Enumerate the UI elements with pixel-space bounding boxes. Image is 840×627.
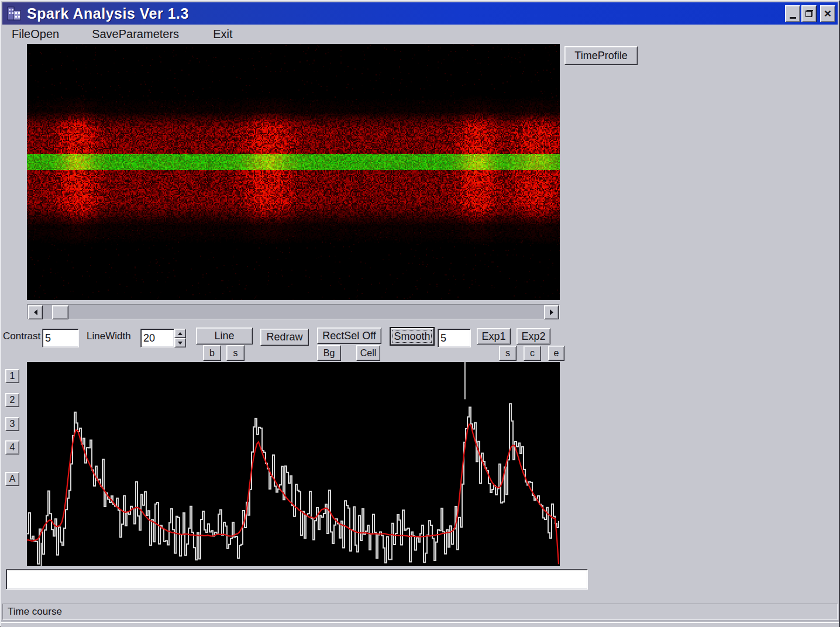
- trace-all-button[interactable]: A: [5, 472, 19, 486]
- status-text: Time course: [8, 606, 62, 618]
- image-horizontal-scrollbar[interactable]: [27, 304, 560, 319]
- smooth-label: Smooth: [393, 330, 432, 343]
- trace-3-label: 3: [10, 419, 15, 429]
- trace-4-label: 4: [10, 442, 15, 453]
- exp-s-label: s: [505, 348, 510, 359]
- arrow-up-icon: [178, 330, 183, 335]
- bg-button[interactable]: Bg: [317, 345, 341, 361]
- linewidth-input[interactable]: [140, 329, 174, 347]
- status-bar: Time course: [2, 604, 838, 620]
- cell-button[interactable]: Cell: [356, 345, 380, 361]
- line-button[interactable]: Line: [196, 328, 253, 344]
- exp-c-button[interactable]: c: [524, 346, 541, 361]
- line-label: Line: [214, 330, 234, 342]
- exp1-button[interactable]: Exp1: [477, 328, 511, 344]
- minimize-icon: [790, 17, 796, 19]
- app-window: Spark Analysis Ver 1.3 × FileOpen SavePa…: [0, 0, 840, 627]
- window-title: Spark Analysis Ver 1.3: [27, 5, 189, 22]
- arrow-down-icon: [178, 342, 183, 347]
- smooth-button[interactable]: Smooth: [390, 327, 435, 346]
- exp2-button[interactable]: Exp2: [517, 328, 550, 344]
- trace-1-label: 1: [10, 371, 15, 381]
- rectsel-button[interactable]: RectSel Off: [317, 328, 381, 344]
- close-button[interactable]: ×: [820, 5, 835, 22]
- linescan-image-view[interactable]: [27, 44, 560, 300]
- trace-1-button[interactable]: 1: [5, 369, 19, 383]
- message-box[interactable]: [6, 569, 588, 590]
- trace-all-label: A: [9, 474, 16, 484]
- restore-icon: [805, 10, 813, 17]
- trace-2-button[interactable]: 2: [5, 393, 19, 407]
- scrollbar-thumb[interactable]: [52, 305, 68, 319]
- taskbar-edge: [1, 622, 839, 627]
- title-bar[interactable]: Spark Analysis Ver 1.3 ×: [2, 2, 838, 25]
- menu-item-fileopen[interactable]: FileOpen: [8, 26, 63, 42]
- redraw-button[interactable]: Redraw: [260, 329, 309, 346]
- time-course-plot[interactable]: [27, 362, 560, 566]
- exp2-label: Exp2: [521, 330, 545, 343]
- menu-item-saveparameters[interactable]: SaveParameters: [88, 26, 183, 42]
- menu-bar: FileOpen SaveParameters Exit: [2, 25, 838, 44]
- exp1-label: Exp1: [481, 330, 505, 343]
- line-b-button[interactable]: b: [203, 345, 221, 361]
- exp-c-label: c: [530, 348, 535, 359]
- trace-2-label: 2: [10, 395, 15, 405]
- exp-e-label: e: [554, 348, 559, 359]
- contrast-label: Contrast: [3, 330, 40, 342]
- scroll-right-icon: [550, 309, 556, 315]
- exp-s-button[interactable]: s: [499, 346, 517, 361]
- smooth-input[interactable]: [438, 329, 471, 347]
- time-profile-label: TimeProfile: [574, 50, 627, 62]
- trace-3-button[interactable]: 3: [5, 417, 19, 431]
- scroll-right-button[interactable]: [544, 305, 559, 319]
- time-profile-button[interactable]: TimeProfile: [564, 46, 638, 65]
- line-s-label: s: [233, 348, 238, 359]
- scroll-left-button[interactable]: [28, 305, 43, 319]
- rectsel-label: RectSel Off: [322, 330, 376, 342]
- window-controls: ×: [785, 5, 835, 22]
- trace-4-button[interactable]: 4: [5, 440, 19, 454]
- app-icon: [6, 5, 23, 22]
- minimize-button[interactable]: [785, 5, 800, 22]
- bg-label: Bg: [323, 348, 335, 359]
- line-s-button[interactable]: s: [226, 345, 245, 361]
- linewidth-label: LineWidth: [87, 330, 131, 342]
- spinner-up-button[interactable]: [174, 329, 186, 338]
- linewidth-spinner: [174, 329, 186, 347]
- line-b-label: b: [209, 348, 215, 359]
- scroll-left-icon: [31, 309, 37, 315]
- exp-e-button[interactable]: e: [548, 346, 564, 361]
- menu-item-exit[interactable]: Exit: [209, 26, 236, 42]
- restore-button[interactable]: [801, 5, 817, 22]
- contrast-input[interactable]: [42, 329, 79, 347]
- redraw-label: Redraw: [266, 331, 302, 343]
- close-icon: ×: [824, 7, 831, 19]
- cell-label: Cell: [360, 348, 377, 359]
- spinner-down-button[interactable]: [174, 338, 186, 347]
